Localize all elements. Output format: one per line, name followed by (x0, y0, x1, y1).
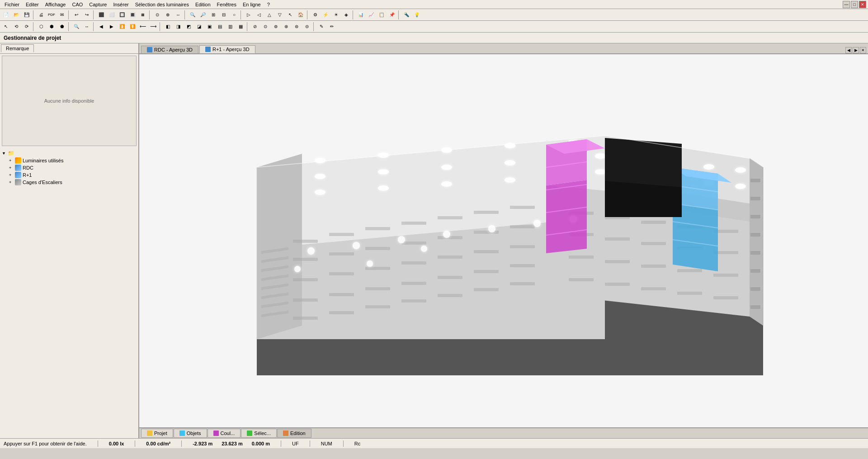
tb2-btn25[interactable]: ⊚ (271, 22, 281, 32)
tb-btn10[interactable]: ⬜ (107, 10, 117, 20)
tab-rdc-3d[interactable]: RDC - Aperçu 3D (141, 46, 198, 53)
tb-btn14[interactable]: ⊙ (152, 10, 162, 20)
tab-edition[interactable]: Edition (277, 429, 311, 438)
tb-btn18[interactable]: 🔎 (198, 10, 208, 20)
tb-btn15[interactable]: ⊕ (163, 10, 173, 20)
tb2-btn6[interactable]: ⬟ (57, 22, 67, 32)
menu-capture[interactable]: Capture (86, 1, 109, 8)
menu-help[interactable]: ? (264, 1, 273, 8)
tab-remarque[interactable]: Remarque (1, 44, 34, 52)
gestionnaire-label: Gestionnaire de projet (4, 35, 61, 41)
tree-item-luminaires[interactable]: + Luminaires utilisés (2, 157, 137, 164)
viewport-3d[interactable] (139, 54, 868, 427)
tb2-btn15[interactable]: ◧ (163, 22, 173, 32)
tb-btn21[interactable]: ○ (229, 10, 239, 20)
tab-selection[interactable]: Sélec... (241, 429, 277, 438)
tb-btn34[interactable]: 📋 (377, 10, 387, 20)
menu-enligne[interactable]: En ligne (240, 1, 264, 8)
tb2-btn20[interactable]: ▤ (215, 22, 225, 32)
tree-root[interactable]: ▼ 📁 (2, 150, 137, 157)
win-minimize[interactable]: — (843, 1, 850, 8)
tb2-btn4[interactable]: ⬡ (36, 22, 46, 32)
tb-redo[interactable]: ↪ (82, 10, 92, 20)
tb-btn33[interactable]: 📈 (366, 10, 376, 20)
win-close[interactable]: ✕ (859, 1, 866, 8)
tb2-btn16[interactable]: ◨ (173, 22, 183, 32)
tb2-btn18[interactable]: ◪ (194, 22, 204, 32)
tb-btn6[interactable]: ✉ (57, 10, 67, 20)
tb-undo[interactable]: ↩ (71, 10, 81, 20)
tab-objets[interactable]: Objets (174, 429, 207, 438)
tb-btn17[interactable]: 🔍 (188, 10, 198, 20)
tab-couleurs[interactable]: Coul... (208, 429, 241, 438)
tb-btn35[interactable]: 📌 (387, 10, 397, 20)
tb-btn13[interactable]: ▦ (138, 10, 148, 20)
tb2-btn28[interactable]: ⊝ (302, 22, 312, 32)
tb-btn25[interactable]: ▽ (275, 10, 285, 20)
tb2-btn17[interactable]: ◩ (184, 22, 193, 32)
tb-btn9[interactable]: ⬛ (96, 10, 106, 20)
tb-btn28[interactable]: ⚙ (310, 10, 320, 20)
tb2-btn2[interactable]: ⟲ (11, 22, 21, 32)
tb-btn36[interactable]: 🔦 (401, 10, 411, 20)
menu-selection[interactable]: Sélection des luminaires (132, 1, 192, 8)
tb-btn26[interactable]: ↖ (285, 10, 295, 20)
tab-close[interactable]: ✕ (860, 47, 866, 53)
tab-prev[interactable]: ◀ (845, 47, 852, 53)
tb2-btn5[interactable]: ⬢ (47, 22, 57, 32)
tb-btn37[interactable]: 💡 (412, 10, 422, 20)
tb2-btn21[interactable]: ▥ (225, 22, 235, 32)
tb2-btn3[interactable]: ⟳ (22, 22, 32, 32)
tb2-btn24[interactable]: ⊙ (260, 22, 270, 32)
tb2-btn22[interactable]: ▦ (236, 22, 245, 32)
tb-btn22[interactable]: ▷ (244, 10, 254, 20)
tb2-btn9[interactable]: ◀ (96, 22, 106, 32)
tree-item-rdc[interactable]: + RDC (2, 164, 137, 171)
tb-btn16[interactable]: ↔ (173, 10, 183, 20)
tb-print[interactable]: 🖨 (36, 10, 46, 20)
tb2-btn14[interactable]: ⟶ (148, 22, 158, 32)
menu-inserer[interactable]: Insérer (110, 1, 131, 8)
tree-item-r1[interactable]: + R+1 (2, 171, 137, 179)
tab-next[interactable]: ▶ (853, 47, 859, 53)
tab-projet[interactable]: Projet (141, 429, 173, 438)
tb2-btn7[interactable]: 🔍 (71, 22, 81, 32)
tb-btn12[interactable]: 🔳 (127, 10, 137, 20)
tb-open[interactable]: 📂 (11, 10, 21, 20)
menu-affichage[interactable]: Affichage (42, 1, 69, 8)
tb-btn19[interactable]: ⊞ (208, 10, 218, 20)
tb-btn27[interactable]: 🏠 (296, 10, 306, 20)
tb2-btn30[interactable]: ✏ (327, 22, 337, 32)
win-maximize[interactable]: □ (851, 1, 858, 8)
tb-btn32[interactable]: 📊 (356, 10, 366, 20)
tb-btn5[interactable]: PDF (47, 10, 57, 20)
tb-btn24[interactable]: △ (264, 10, 274, 20)
tb2-btn23[interactable]: ⊘ (250, 22, 260, 32)
menu-fichier[interactable]: Fichier (2, 1, 22, 8)
menu-fenetres[interactable]: Fenêtres (214, 1, 239, 8)
tb2-btn29[interactable]: ✎ (316, 22, 326, 32)
tb-save[interactable]: 💾 (22, 10, 32, 20)
tb2-btn26[interactable]: ⊛ (281, 22, 291, 32)
tb2-btn11[interactable]: ⏫ (117, 22, 127, 32)
tb-new[interactable]: 📄 (1, 10, 11, 20)
tab-r1-3d[interactable]: R+1 - Aperçu 3D (199, 45, 255, 53)
menu-cao[interactable]: CAO (69, 1, 85, 8)
tb2-btn12[interactable]: ⏬ (127, 22, 137, 32)
svg-point-81 (441, 165, 452, 170)
tb-btn30[interactable]: ☀ (331, 10, 341, 20)
menu-editer[interactable]: Editer (23, 1, 42, 8)
tb2-btn10[interactable]: ▶ (107, 22, 117, 32)
tb2-btn27[interactable]: ⊜ (292, 22, 302, 32)
menu-edition[interactable]: Edition (193, 1, 213, 8)
tree-item-cages[interactable]: + Cages d'Escaliers (2, 179, 137, 186)
tb2-btn8[interactable]: ↔ (82, 22, 92, 32)
tb2-btn1[interactable]: ↖ (1, 22, 11, 32)
tb-btn11[interactable]: 🔲 (117, 10, 127, 20)
tb2-btn19[interactable]: ▣ (204, 22, 214, 32)
tb-btn29[interactable]: ⚡ (321, 10, 330, 20)
tb2-btn13[interactable]: ⟵ (138, 22, 148, 32)
tb-btn23[interactable]: ◁ (254, 10, 264, 20)
tb-btn20[interactable]: ⊟ (219, 10, 229, 20)
tb-btn31[interactable]: ◈ (341, 10, 351, 20)
